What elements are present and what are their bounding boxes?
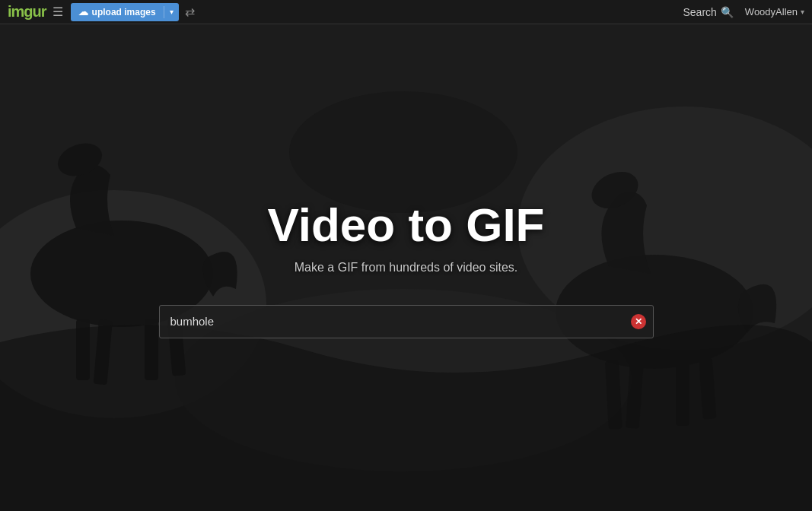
shuffle-button[interactable]: ⇄: [185, 5, 195, 19]
clear-input-button[interactable]: ✕: [631, 314, 646, 329]
url-input[interactable]: [159, 305, 654, 338]
url-input-wrapper: ✕: [159, 305, 654, 338]
logo-text: imgur: [8, 3, 46, 21]
search-label: Search: [683, 6, 717, 18]
cloud-upload-icon: ☁: [78, 6, 88, 17]
shuffle-icon: ⇄: [185, 5, 195, 18]
upload-button-label: upload images: [92, 7, 156, 17]
main-content: Video to GIF Make a GIF from hundreds of…: [0, 24, 812, 511]
clear-icon: ✕: [635, 317, 642, 326]
chevron-down-icon: ▾: [170, 8, 174, 16]
logo[interactable]: imgur: [8, 3, 46, 21]
hamburger-icon: ☰: [53, 5, 63, 19]
upload-dropdown-button[interactable]: ▾: [164, 8, 179, 16]
page-title: Video to GIF: [268, 198, 545, 252]
navbar: imgur ☰ ☁ upload images ▾ ⇄ Search 🔍 Woo…: [0, 0, 812, 24]
username-label: WoodyAllen: [745, 6, 798, 17]
upload-button-group: ☁ upload images ▾: [71, 3, 179, 21]
upload-button[interactable]: ☁ upload images: [71, 6, 164, 17]
search-icon: 🔍: [721, 6, 734, 18]
hamburger-menu-button[interactable]: ☰: [53, 5, 63, 19]
user-menu[interactable]: WoodyAllen ▾: [745, 6, 804, 17]
user-chevron-icon: ▾: [801, 8, 804, 16]
page-subtitle: Make a GIF from hundreds of video sites.: [295, 261, 517, 275]
search-button[interactable]: Search 🔍: [683, 6, 734, 18]
